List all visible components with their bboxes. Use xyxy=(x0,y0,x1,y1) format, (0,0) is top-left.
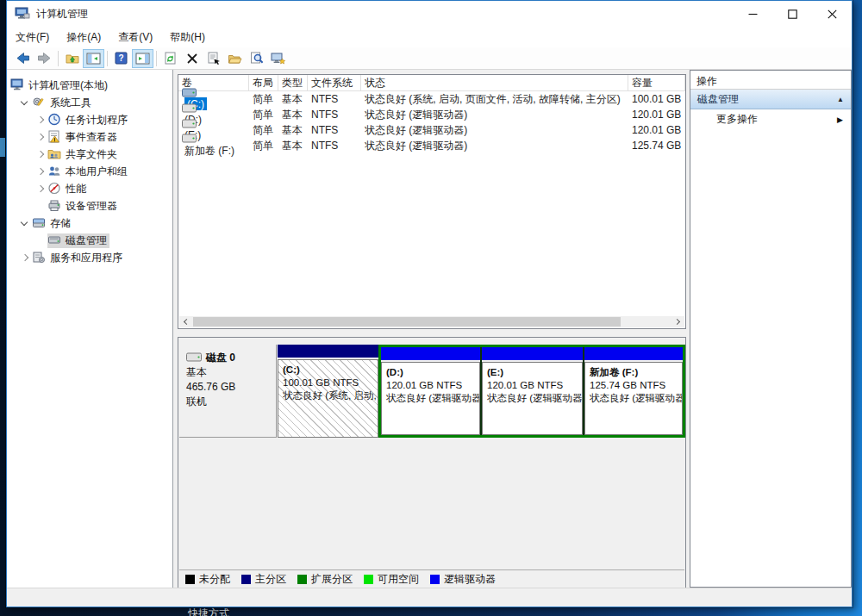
volume-list-pane: 卷 布局 类型 文件系统 状态 容量 (C:) 简单 基本 NTFS 状态良好 … xyxy=(178,74,686,329)
close-button[interactable] xyxy=(812,1,852,27)
chevron-collapsed-icon[interactable] xyxy=(34,165,47,178)
tree-item-task-scheduler[interactable]: 任务计划程序 xyxy=(7,111,172,128)
partition-f[interactable]: 新加卷 (F:) 125.74 GB NTFS 状态良好 (逻辑驱动器) xyxy=(584,347,683,435)
chevron-expanded-icon[interactable] xyxy=(18,216,32,230)
menu-help[interactable]: 帮助(H) xyxy=(161,28,214,47)
delete-icon xyxy=(186,53,198,65)
table-row-volume-e[interactable]: (E:) 简单 基本 NTFS 状态良好 (逻辑驱动器) 120.01 GB xyxy=(178,122,685,138)
partition-c[interactable]: (C:) 100.01 GB NTFS 状态良好 (系统, 启动, 页面文件, … xyxy=(278,345,378,438)
up-one-level-button[interactable] xyxy=(61,49,83,68)
tree-item-local-users-groups[interactable]: 本地用户和组 xyxy=(7,163,172,180)
tree-item-event-viewer[interactable]: 事件查看器 xyxy=(7,128,172,146)
back-button[interactable] xyxy=(12,49,34,68)
partition-d[interactable]: (D:) 120.01 GB NTFS 状态良好 (逻辑驱动器) xyxy=(381,347,480,435)
legend-item-unallocated: 未分配 xyxy=(185,572,230,587)
column-header-type[interactable]: 类型 xyxy=(278,75,308,90)
tree-item-computer-management[interactable]: 计算机管理(本地) xyxy=(7,77,172,94)
tree-item-disk-management[interactable]: 磁盘管理 xyxy=(7,232,172,249)
tree-item-shared-folders[interactable]: 共享文件夹 xyxy=(7,146,172,163)
tree-item-services-applications[interactable]: 服务和应用程序 xyxy=(7,249,172,266)
open-folder-button[interactable] xyxy=(224,49,246,68)
forward-button[interactable] xyxy=(34,49,55,68)
menu-action[interactable]: 操作(A) xyxy=(58,28,109,47)
tree-item-performance[interactable]: 性能 xyxy=(7,180,172,197)
volume-capacity: 125.74 GB xyxy=(628,140,685,152)
column-header-status[interactable]: 状态 xyxy=(361,75,628,90)
help-button[interactable]: ? xyxy=(110,49,132,68)
tree-item-storage[interactable]: 存储 xyxy=(7,215,172,232)
volume-type: 基本 xyxy=(278,108,308,122)
table-row-volume-c[interactable]: (C:) 简单 基本 NTFS 状态良好 (系统, 启动, 页面文件, 活动, … xyxy=(178,91,685,107)
delete-button[interactable] xyxy=(181,49,203,68)
chevron-collapsed-icon[interactable] xyxy=(34,113,47,127)
volume-status: 状态良好 (系统, 启动, 页面文件, 活动, 故障转储, 主分区) xyxy=(361,92,628,107)
refresh-icon xyxy=(164,52,177,65)
volume-filesystem: NTFS xyxy=(308,109,361,121)
collapse-icon[interactable]: ▲ xyxy=(837,96,844,103)
partition-e[interactable]: (E:) 120.01 GB NTFS 状态良好 (逻辑驱动器) xyxy=(482,347,583,435)
back-icon xyxy=(16,52,30,65)
tree-item-system-tools[interactable]: 系统工具 xyxy=(7,94,172,111)
search-icon xyxy=(250,52,264,65)
toolbar-separator xyxy=(58,51,59,66)
more-actions-item[interactable]: 更多操作 ▶ xyxy=(690,109,851,129)
partition-size: 100.01 GB NTFS xyxy=(283,376,378,389)
status-bar xyxy=(7,588,852,607)
find-button[interactable] xyxy=(246,49,267,68)
partition-legend: 未分配 主分区 扩展分区 可用空间 逻辑驱动器 xyxy=(179,569,684,588)
window-title: 计算机管理 xyxy=(36,7,88,22)
svg-text:?: ? xyxy=(118,53,123,63)
disk0-partitions: (C:) 100.01 GB NTFS 状态良好 (系统, 启动, 页面文件, … xyxy=(278,345,685,438)
chevron-collapsed-icon[interactable] xyxy=(34,147,47,161)
volume-status: 状态良好 (逻辑驱动器) xyxy=(361,108,628,122)
menu-view[interactable]: 查看(V) xyxy=(109,28,161,47)
table-row-volume-d[interactable]: (D:) 简单 基本 NTFS 状态良好 (逻辑驱动器) 120.01 GB xyxy=(178,107,685,122)
tree-item-device-manager[interactable]: 设备管理器 xyxy=(7,197,172,215)
tree-selection: 磁盘管理 xyxy=(47,233,109,248)
column-header-filesystem[interactable]: 文件系统 xyxy=(308,75,361,90)
computer-icon xyxy=(10,78,25,92)
column-header-capacity[interactable]: 容量 xyxy=(628,75,685,90)
title-bar[interactable]: 计算机管理 xyxy=(7,1,852,27)
chevron-expanded-icon[interactable] xyxy=(18,96,32,109)
computer-management-window: 计算机管理 文件(F) 操作(A) 查看(V) 帮助(H) xyxy=(6,0,853,607)
actions-section-disk-management[interactable]: 磁盘管理 ▲ xyxy=(690,90,851,109)
refresh-button[interactable] xyxy=(159,49,181,68)
computer-gear-icon xyxy=(271,52,285,65)
partition-size: 120.01 GB NTFS xyxy=(487,379,582,392)
open-folder-icon xyxy=(228,53,242,65)
chevron-collapsed-icon[interactable] xyxy=(18,251,32,264)
scroll-left-arrow[interactable] xyxy=(179,316,192,327)
chevron-collapsed-icon[interactable] xyxy=(34,182,47,196)
users-icon xyxy=(47,165,62,178)
menu-bar: 文件(F) 操作(A) 查看(V) 帮助(H) xyxy=(7,27,852,47)
show-action-pane-toggle[interactable] xyxy=(132,49,153,68)
scroll-right-arrow[interactable] xyxy=(671,316,684,327)
table-row-volume-f[interactable]: 新加卷 (F:) 简单 基本 NTFS 状态良好 (逻辑驱动器) 125.74 … xyxy=(178,138,685,153)
actions-section-label: 磁盘管理 xyxy=(697,92,739,107)
minimize-button[interactable] xyxy=(733,1,772,27)
show-console-tree-toggle[interactable] xyxy=(83,49,104,68)
volume-status: 状态良好 (逻辑驱动器) xyxy=(361,139,628,153)
chevron-collapsed-icon[interactable] xyxy=(34,130,47,144)
legend-swatch xyxy=(297,575,307,584)
disk0-info-cell[interactable]: 磁盘 0 基本 465.76 GB 联机 xyxy=(179,345,277,438)
legend-item-logical-drive: 逻辑驱动器 xyxy=(430,572,496,587)
console-tree-icon xyxy=(86,53,101,65)
desktop-taskbar-fragment xyxy=(0,138,5,157)
manage-computer-button[interactable] xyxy=(267,49,289,68)
services-icon xyxy=(32,251,47,264)
scrollbar-thumb[interactable] xyxy=(193,317,621,327)
partition-status: 状态良好 (逻辑驱动器) xyxy=(386,392,479,405)
volume-icon xyxy=(182,134,249,144)
device-manager-icon xyxy=(47,199,62,213)
properties-button[interactable] xyxy=(203,49,224,68)
desktop-shortcut-label: 快捷方式 xyxy=(188,607,229,616)
maximize-button[interactable] xyxy=(772,1,812,27)
partition-title: (E:) xyxy=(487,366,582,379)
horizontal-scrollbar[interactable] xyxy=(179,316,684,327)
column-header-layout[interactable]: 布局 xyxy=(249,75,278,90)
actions-pane-title: 操作 xyxy=(690,71,851,90)
desktop: 快捷方式 计算机管理 文件(F) 操作(A) xyxy=(0,0,862,616)
menu-file[interactable]: 文件(F) xyxy=(7,28,58,47)
